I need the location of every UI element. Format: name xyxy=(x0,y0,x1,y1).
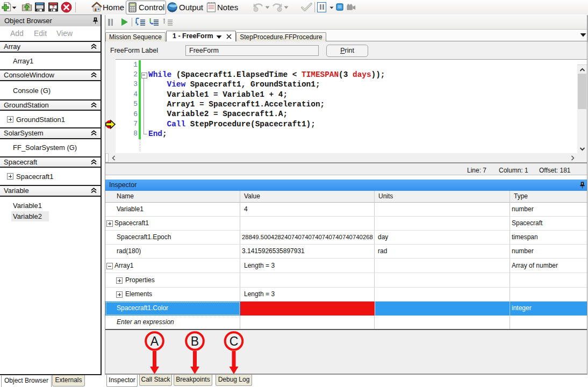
svg-text:?: ? xyxy=(52,4,55,10)
svg-text:B: B xyxy=(191,334,199,348)
svg-text:C: C xyxy=(230,334,239,348)
svg-text:A: A xyxy=(150,334,159,348)
